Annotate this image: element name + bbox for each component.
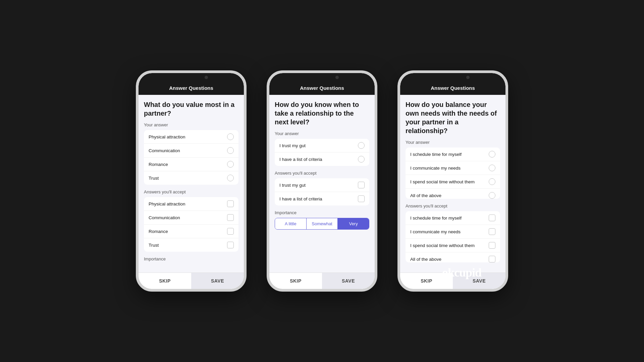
phone-2-footer: SKIP SAVE — [269, 273, 375, 289]
phone-1-your-answers: Physical attraction Communication Romanc… — [144, 130, 238, 185]
answer-item[interactable]: I spend social time without them — [406, 239, 500, 252]
answer-item[interactable]: Trust — [144, 171, 238, 185]
checkbox-btn[interactable] — [227, 200, 234, 207]
answer-item[interactable]: I schedule time for myself — [406, 147, 500, 161]
phone-3-accept-answers: I schedule time for myself I communicate… — [406, 211, 500, 262]
phone-3-question: How do you balance your own needs with t… — [406, 100, 500, 135]
importance-very-button[interactable]: Very — [338, 218, 369, 229]
answer-item[interactable]: I communicate my needs — [406, 161, 500, 175]
phone-1-skip-button[interactable]: SKIP — [139, 273, 191, 289]
checkbox-btn[interactable] — [489, 242, 495, 249]
checkbox-btn[interactable] — [489, 228, 495, 235]
phone-1-accept-answers: Physical attraction Communication Romanc… — [144, 197, 238, 252]
phone-2-skip-button[interactable]: SKIP — [269, 273, 322, 289]
importance-a-little-label: A little — [285, 221, 297, 226]
answer-item[interactable]: I trust my gut — [275, 178, 369, 192]
radio-btn[interactable] — [489, 192, 495, 199]
answer-text: All of the above — [410, 193, 441, 198]
answer-text: I spend social time without them — [410, 179, 475, 184]
answer-text: I schedule time for myself — [410, 152, 462, 157]
phone-1-your-answer-label: Your answer — [144, 122, 238, 127]
answer-item[interactable]: Physical attraction — [144, 197, 238, 211]
answer-text: Physical attraction — [149, 201, 185, 206]
answer-item[interactable]: I have a list of criteria — [275, 153, 369, 166]
answer-item[interactable]: Romance — [144, 158, 238, 171]
phone-1-importance-label: Importance — [144, 256, 238, 261]
checkbox-btn[interactable] — [227, 228, 234, 235]
phone-1-header-title: Answer Questions — [169, 85, 213, 91]
answer-text: Communication — [149, 148, 180, 153]
phone-2-save-button[interactable]: SAVE — [322, 273, 375, 289]
answer-item[interactable]: Trust — [144, 238, 238, 252]
radio-btn[interactable] — [489, 178, 495, 185]
answer-text: I spend social time without them — [410, 243, 475, 248]
checkbox-btn[interactable] — [358, 195, 365, 202]
radio-btn[interactable] — [358, 156, 365, 163]
radio-btn[interactable] — [489, 165, 495, 171]
radio-btn[interactable] — [358, 142, 365, 149]
phone-3-inner: Answer Questions How do you balance your… — [400, 73, 505, 289]
answer-text: Romance — [149, 162, 168, 167]
answer-text: Communication — [149, 215, 180, 220]
phone-2-header: Answer Questions — [269, 73, 375, 95]
radio-btn[interactable] — [227, 161, 234, 168]
checkbox-btn[interactable] — [227, 242, 234, 248]
phone-1-content: What do you value most in a partner? You… — [139, 95, 244, 273]
answer-item[interactable]: I schedule time for myself — [406, 211, 500, 225]
phone-2-header-title: Answer Questions — [300, 85, 344, 91]
answer-text: All of the above — [410, 257, 441, 262]
answer-item[interactable]: Romance — [144, 225, 238, 238]
answer-text: Physical attraction — [149, 134, 185, 139]
phone-2-accept-label: Answers you'll accept — [275, 171, 369, 176]
answer-item[interactable]: Communication — [144, 211, 238, 225]
answer-item[interactable]: I have a list of criteria — [275, 192, 369, 205]
answer-item[interactable]: I communicate my needs — [406, 225, 500, 239]
phone-1-footer: SKIP SAVE — [139, 273, 244, 289]
phones-container: Answer Questions What do you value most … — [136, 70, 508, 292]
phone-1-accept-label: Answers you'll accept — [144, 189, 238, 194]
phone-1-question: What do you value most in a partner? — [144, 100, 238, 118]
radio-btn[interactable] — [227, 147, 234, 154]
answer-text: Trust — [149, 176, 159, 181]
answer-text: I trust my gut — [279, 183, 306, 188]
answer-item[interactable]: Communication — [144, 144, 238, 158]
phone-3-your-answers: I schedule time for myself I communicate… — [406, 147, 500, 199]
okcupid-logo: okcupid — [442, 265, 481, 280]
answer-item[interactable]: All of the above — [406, 252, 500, 262]
phone-1-save-button[interactable]: SAVE — [191, 273, 244, 289]
phone-2-inner: Answer Questions How do you know when to… — [269, 73, 375, 289]
phone-1: Answer Questions What do you value most … — [136, 70, 247, 292]
radio-btn[interactable] — [227, 175, 234, 181]
phone-2-question: How do you know when to take a relations… — [275, 100, 369, 126]
answer-item[interactable]: I trust my gut — [275, 139, 369, 153]
checkbox-btn[interactable] — [489, 256, 495, 262]
answer-text: I communicate my needs — [410, 166, 461, 171]
checkbox-btn[interactable] — [489, 215, 495, 221]
phone-2-importance-buttons: A little Somewhat Very — [275, 218, 369, 230]
answer-item[interactable]: I spend social time without them — [406, 175, 500, 189]
phone-3-content: How do you balance your own needs with t… — [400, 95, 505, 273]
phone-3-your-answer-label: Your answer — [406, 140, 500, 145]
radio-btn[interactable] — [227, 133, 234, 140]
checkbox-btn[interactable] — [227, 214, 234, 221]
phone-1-inner: Answer Questions What do you value most … — [139, 73, 244, 289]
answer-text: I have a list of criteria — [279, 196, 322, 201]
phone-2-content: How do you know when to take a relations… — [269, 95, 375, 273]
phone-3-accept-label: Answers you'll accept — [406, 203, 500, 208]
phone-3-header-title: Answer Questions — [431, 85, 475, 91]
answer-item[interactable]: All of the above — [406, 189, 500, 199]
phone-1-header: Answer Questions — [139, 73, 244, 95]
answer-text: Trust — [149, 243, 159, 248]
checkbox-btn[interactable] — [358, 182, 365, 188]
phone-2: Answer Questions How do you know when to… — [267, 70, 377, 292]
phone-2-importance-label: Importance — [275, 210, 369, 215]
answer-text: I trust my gut — [279, 143, 306, 148]
phone-2-your-answers: I trust my gut I have a list of criteria — [275, 139, 369, 166]
radio-btn[interactable] — [489, 151, 495, 158]
answer-text: Romance — [149, 229, 168, 234]
importance-a-little-button[interactable]: A little — [275, 218, 307, 229]
answer-item[interactable]: Physical attraction — [144, 130, 238, 144]
importance-somewhat-button[interactable]: Somewhat — [307, 218, 338, 229]
phone-2-your-answer-label: Your answer — [275, 131, 369, 136]
phone-2-accept-answers: I trust my gut I have a list of criteria — [275, 178, 369, 205]
